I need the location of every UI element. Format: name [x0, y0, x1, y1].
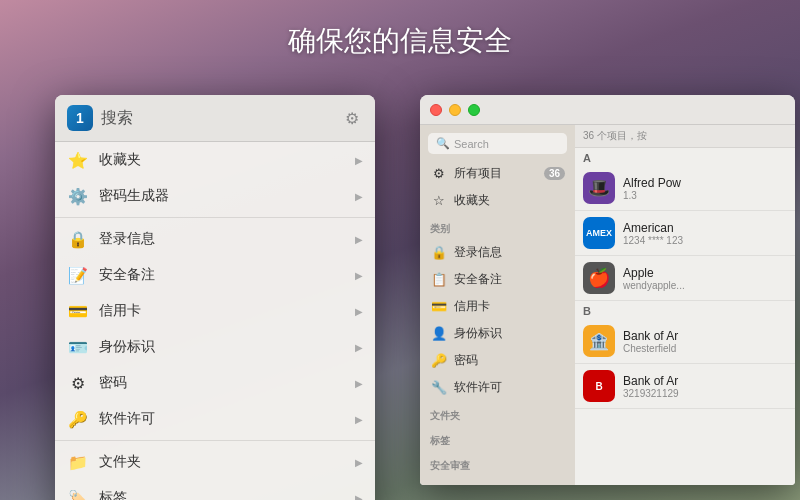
software-icon: 🔧: [430, 380, 448, 395]
lock-icon: 🔒: [67, 228, 89, 250]
gear-icon: ⚙️: [67, 185, 89, 207]
sidebar-item-software[interactable]: 🔧 软件许可: [420, 374, 575, 401]
dropdown-item-passwords[interactable]: ⚙ 密码 ▶: [55, 365, 375, 401]
dropdown-header: 1 搜索 ⚙: [55, 95, 375, 142]
bank1-icon: 🏦: [583, 325, 615, 357]
bank2-info: Bank of Ar 3219321129: [623, 374, 787, 399]
bank1-info: Bank of Ar Chesterfield: [623, 329, 787, 354]
tags-section-label: 标签: [420, 426, 575, 451]
dropdown-item-secure-notes[interactable]: 📝 安全备注 ▶: [55, 257, 375, 293]
favorites-icon: ☆: [430, 193, 448, 208]
alfred-icon: 🎩: [583, 172, 615, 204]
all-items-badge: 36: [544, 167, 565, 180]
secure-notes-label: 安全备注: [454, 271, 565, 288]
list-item-bank2[interactable]: B Bank of Ar 3219321129: [575, 364, 795, 409]
divider: [55, 440, 375, 441]
bank2-sub: 3219321129: [623, 388, 787, 399]
chevron-icon: ▶: [355, 342, 363, 353]
sidebar-item-favorites[interactable]: ☆ 收藏夹: [420, 187, 575, 214]
software-label: 软件许可: [454, 379, 565, 396]
identity-label: 身份标识: [454, 325, 565, 342]
chevron-icon: ▶: [355, 234, 363, 245]
chevron-icon: ▶: [355, 191, 363, 202]
content-area: 36 个项目，按 A 🎩 Alfred Pow 1.3: [575, 125, 795, 485]
passwords-label: 密码: [99, 374, 355, 392]
amex-icon: AMEX: [583, 217, 615, 249]
credit-cards-label: 信用卡: [99, 302, 355, 320]
folders-label: 文件夹: [99, 453, 355, 471]
favorites-label: 收藏夹: [99, 151, 355, 169]
software-icon: 🔑: [67, 408, 89, 430]
search-label: 搜索: [101, 108, 333, 129]
sidebar-item-identity[interactable]: 👤 身份标识: [420, 320, 575, 347]
key-icon: ⚙: [67, 372, 89, 394]
items-list: A 🎩 Alfred Pow 1.3 AMEX: [575, 148, 795, 485]
list-item-apple[interactable]: 🍎 Apple wendyapple...: [575, 256, 795, 301]
id-icon: 👤: [430, 326, 448, 341]
chevron-icon: ▶: [355, 414, 363, 425]
search-placeholder: Search: [454, 138, 489, 150]
alfred-sub: 1.3: [623, 190, 787, 201]
passwords-label: 密码: [454, 352, 565, 369]
apple-sub: wendyapple...: [623, 280, 787, 291]
secure-notes-label: 安全备注: [99, 266, 355, 284]
zoom-button[interactable]: [468, 104, 480, 116]
apple-name: Apple: [623, 266, 787, 280]
main-window: 🔍 Search ⚙ 所有项目 36 ☆ 收藏夹 类别 🔒 登录信息 📋: [420, 95, 795, 485]
close-button[interactable]: [430, 104, 442, 116]
dropdown-item-tags[interactable]: 🏷️ 标签 ▶: [55, 480, 375, 500]
all-items-icon: ⚙: [430, 166, 448, 181]
card-icon: 💳: [430, 299, 448, 314]
category-section-label: 类别: [420, 214, 575, 239]
key-icon: 🔑: [430, 353, 448, 368]
id-icon: 🪪: [67, 336, 89, 358]
list-item-alfred[interactable]: 🎩 Alfred Pow 1.3: [575, 166, 795, 211]
logins-label: 登录信息: [99, 230, 355, 248]
settings-button[interactable]: ⚙: [341, 107, 363, 129]
dropdown-item-logins[interactable]: 🔒 登录信息 ▶: [55, 221, 375, 257]
sidebar-item-secure-notes[interactable]: 📋 安全备注: [420, 266, 575, 293]
dropdown-item-identity[interactable]: 🪪 身份标识 ▶: [55, 329, 375, 365]
list-item-bank1[interactable]: 🏦 Bank of Ar Chesterfield: [575, 319, 795, 364]
chevron-icon: ▶: [355, 378, 363, 389]
dropdown-item-software[interactable]: 🔑 软件许可 ▶: [55, 401, 375, 437]
bank2-name: Bank of Ar: [623, 374, 787, 388]
sidebar-item-logins[interactable]: 🔒 登录信息: [420, 239, 575, 266]
amex-info: American 1234 **** 123: [623, 221, 787, 246]
chevron-icon: ▶: [355, 493, 363, 501]
credit-cards-label: 信用卡: [454, 298, 565, 315]
content-header: 36 个项目，按: [575, 125, 795, 148]
tags-label: 标签: [99, 489, 355, 500]
minimize-button[interactable]: [449, 104, 461, 116]
chevron-icon: ▶: [355, 306, 363, 317]
note-icon: 📋: [430, 272, 448, 287]
dropdown-item-favorites[interactable]: ⭐ 收藏夹 ▶: [55, 142, 375, 178]
sidebar-item-passwords[interactable]: 🔑 密码: [420, 347, 575, 374]
search-icon: 🔍: [436, 137, 450, 150]
folders-section-label: 文件夹: [420, 401, 575, 426]
amex-sub: 1234 **** 123: [623, 235, 787, 246]
section-header-b: B: [575, 301, 795, 319]
dropdown-item-folders[interactable]: 📁 文件夹 ▶: [55, 444, 375, 480]
note-icon: 📝: [67, 264, 89, 286]
dropdown-item-credit-cards[interactable]: 💳 信用卡 ▶: [55, 293, 375, 329]
chevron-icon: ▶: [355, 270, 363, 281]
identity-label: 身份标识: [99, 338, 355, 356]
dropdown-item-password-gen[interactable]: ⚙️ 密码生成器 ▶: [55, 178, 375, 214]
audit-section-label: 安全审查: [420, 451, 575, 476]
section-header-a: A: [575, 148, 795, 166]
favorites-label: 收藏夹: [454, 192, 565, 209]
app-logo: 1: [67, 105, 93, 131]
sidebar-item-credit-cards[interactable]: 💳 信用卡: [420, 293, 575, 320]
window-titlebar: [420, 95, 795, 125]
card-icon: 💳: [67, 300, 89, 322]
bank2-icon: B: [583, 370, 615, 402]
list-item-amex[interactable]: AMEX American 1234 **** 123: [575, 211, 795, 256]
sidebar-item-all[interactable]: ⚙ 所有项目 36: [420, 160, 575, 187]
sidebar-search[interactable]: 🔍 Search: [428, 133, 567, 154]
apple-icon: 🍎: [583, 262, 615, 294]
bank1-name: Bank of Ar: [623, 329, 787, 343]
dropdown-menu: 1 搜索 ⚙ ⭐ 收藏夹 ▶ ⚙️ 密码生成器 ▶ 🔒 登录信息 ▶ 📝 安全备…: [55, 95, 375, 500]
divider: [55, 217, 375, 218]
folder-icon: 📁: [67, 451, 89, 473]
